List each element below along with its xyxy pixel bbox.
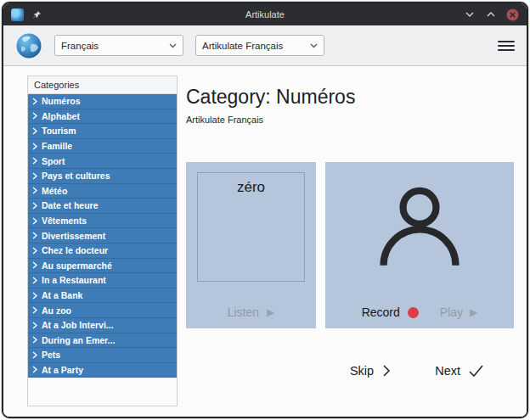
sidebar-item-category[interactable]: Chez le docteur <box>28 244 177 259</box>
sidebar-item-category[interactable]: In a Restaurant <box>28 273 177 288</box>
sidebar-item-category[interactable]: At a Job Intervi... <box>28 318 177 333</box>
skip-label: Skip <box>350 364 374 378</box>
chevron-right-icon <box>32 172 37 180</box>
category-label: Vêtements <box>42 216 87 226</box>
skip-button[interactable]: Skip <box>350 364 391 378</box>
chevron-right-icon <box>32 247 37 255</box>
category-label: During an Emer... <box>42 335 115 345</box>
chevron-right-icon <box>382 364 391 378</box>
chevron-right-icon <box>32 306 37 314</box>
content-area: Categories Numéros Alphabet T <box>3 66 527 417</box>
sidebar-item-category[interactable]: Date et heure <box>28 199 177 214</box>
close-button[interactable] <box>505 8 519 21</box>
sidebar-item-category[interactable]: Météo <box>28 184 177 199</box>
pin-icon[interactable] <box>30 8 43 21</box>
chevron-right-icon <box>32 261 37 269</box>
category-label: Famille <box>42 141 72 151</box>
categories-header: Categories <box>28 76 177 94</box>
categories-sidebar: Categories Numéros Alphabet T <box>27 76 178 406</box>
language-select[interactable]: Français <box>54 35 183 56</box>
category-label: Divertissement <box>42 231 105 241</box>
record-label: Record <box>362 305 400 319</box>
sidebar-item-category[interactable]: At a Party <box>28 363 177 378</box>
play-icon: ▶ <box>470 306 477 318</box>
page-title: Category: Numéros <box>186 86 514 109</box>
category-label: Pays et cultures <box>42 171 110 181</box>
category-label: At a Bank <box>42 290 82 300</box>
chevron-down-icon <box>169 43 177 48</box>
chevron-right-icon <box>32 187 37 194</box>
next-label: Next <box>435 364 460 378</box>
sidebar-item-category[interactable]: Pays et cultures <box>28 169 177 184</box>
listen-button[interactable]: Listen ▶ <box>228 305 275 319</box>
category-label: Météo <box>42 186 67 196</box>
category-label: Alphabet <box>42 111 80 121</box>
phrase-text: zéro <box>197 172 305 282</box>
category-label: Sport <box>42 156 65 166</box>
sidebar-item-category[interactable]: During an Emer... <box>28 333 177 349</box>
sidebar-item-category[interactable]: Numéros <box>28 94 177 109</box>
chevron-down-icon <box>310 43 318 48</box>
sidebar-item-category[interactable]: Au zoo <box>28 303 177 318</box>
course-select[interactable]: Artikulate Français <box>195 35 324 56</box>
record-dot-icon <box>408 307 419 318</box>
chevron-right-icon <box>32 157 37 165</box>
chevron-right-icon <box>32 143 37 150</box>
play-label: Play <box>440 305 463 319</box>
next-button[interactable]: Next <box>435 364 483 378</box>
sidebar-item-category[interactable]: Divertissement <box>28 228 177 244</box>
app-icon <box>11 8 24 21</box>
category-label: In a Restaurant <box>42 275 106 285</box>
globe-icon <box>15 32 42 59</box>
sidebar-item-category[interactable]: Sport <box>28 154 177 169</box>
check-icon <box>469 365 483 377</box>
chevron-right-icon <box>32 202 37 210</box>
category-label: Numéros <box>42 96 81 106</box>
menu-icon[interactable] <box>498 37 515 54</box>
sidebar-item-category[interactable]: Au supermarché <box>28 259 177 274</box>
play-icon: ▶ <box>267 306 274 318</box>
category-label: At a Job Intervi... <box>42 320 114 330</box>
person-icon <box>369 177 470 277</box>
sidebar-item-category[interactable]: Famille <box>28 139 177 154</box>
chevron-right-icon <box>32 366 37 373</box>
window-title: Artikulate <box>3 9 527 20</box>
category-label: Date et heure <box>42 200 99 210</box>
category-label: Tourism <box>42 126 76 136</box>
toolbar: Français Artikulate Français <box>3 25 527 66</box>
sidebar-item-category[interactable]: At a Bank <box>28 288 177 304</box>
chevron-right-icon <box>32 351 37 359</box>
category-label: Au zoo <box>42 305 71 316</box>
language-select-value: Français <box>61 41 99 51</box>
chevron-right-icon <box>32 292 37 300</box>
titlebar: Artikulate <box>3 3 527 25</box>
main-panel: Category: Numéros Artikulate Français zé… <box>178 76 514 406</box>
chevron-right-icon <box>32 322 37 329</box>
sidebar-item-category[interactable]: Pets <box>28 348 177 363</box>
chevron-right-icon <box>32 277 37 284</box>
sidebar-item-category[interactable]: Vêtements <box>28 214 177 229</box>
chevron-right-icon <box>32 232 37 239</box>
chevron-right-icon <box>32 336 37 344</box>
categories-list: Numéros Alphabet Tourism Famille <box>28 94 177 378</box>
maximize-button[interactable] <box>484 8 498 21</box>
category-label: Au supermarché <box>42 260 112 271</box>
chevron-right-icon <box>32 217 37 225</box>
chevron-right-icon <box>32 127 37 135</box>
record-card: Record Play ▶ <box>325 162 514 328</box>
listen-label: Listen <box>228 305 259 319</box>
sidebar-item-category[interactable]: Alphabet <box>28 109 177 125</box>
category-label: Chez le docteur <box>42 245 108 255</box>
category-label: At a Party <box>42 365 83 375</box>
minimize-button[interactable] <box>463 8 476 21</box>
page-subtitle: Artikulate Français <box>186 115 514 125</box>
play-button[interactable]: Play ▶ <box>440 305 477 319</box>
app-window: Artikulate <box>2 2 528 418</box>
chevron-right-icon <box>32 98 37 105</box>
sidebar-item-category[interactable]: Tourism <box>28 124 177 139</box>
chevron-right-icon <box>32 112 37 120</box>
course-select-value: Artikulate Français <box>202 41 283 51</box>
phrase-card: zéro Listen ▶ <box>186 162 316 328</box>
record-button[interactable]: Record <box>362 305 419 319</box>
category-label: Pets <box>42 350 60 360</box>
